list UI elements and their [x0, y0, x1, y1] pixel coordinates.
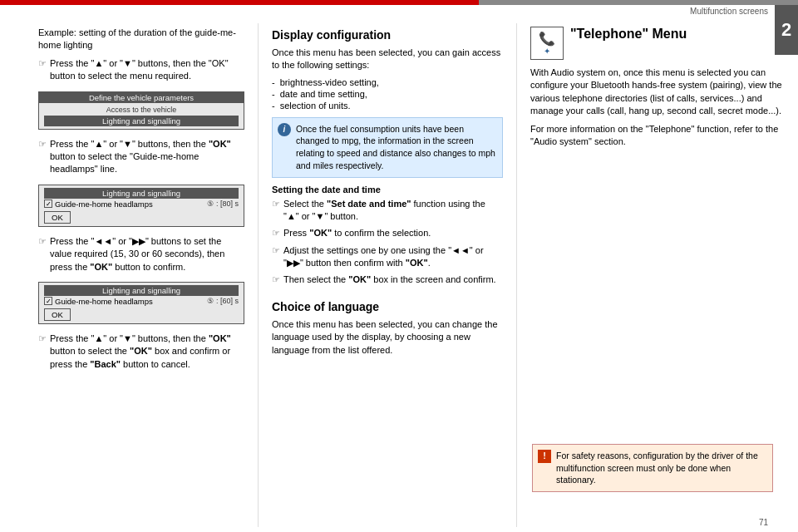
screen1: Define the vehicle parameters Access to … [38, 91, 244, 130]
mid-step3: ☞ Adjust the settings one by one using t… [272, 244, 503, 270]
left-step2: ☞ Press the "▲" or "▼" buttons, then the… [38, 138, 244, 176]
phone-icon-box: 📞 ✦ [530, 27, 564, 60]
phone-header: 📞 ✦ "Telephone" Menu [530, 27, 785, 60]
screen3-row-value: ⑤ : [60] s [207, 297, 239, 305]
language-title: Choice of language [272, 300, 503, 313]
warning-box: ! For safety reasons, configuration by t… [532, 444, 773, 492]
arrow-icon-1: ☞ [38, 57, 47, 83]
phone-icon: 📞 [539, 31, 555, 47]
header-title: Multifunction screens [690, 7, 768, 16]
left-column: Example: setting of the duration of the … [0, 18, 258, 532]
display-item-3: - selection of units. [272, 101, 503, 111]
warning-box-container: ! For safety reasons, configuration by t… [532, 437, 773, 499]
warning-icon: ! [538, 450, 551, 463]
left-intro: Example: setting of the duration of the … [38, 27, 244, 52]
dash-icon-1: - [272, 77, 275, 87]
mid-step4: ☞ Then select the "OK" box in the screen… [272, 273, 503, 286]
arrow-icon-2: ☞ [38, 138, 47, 176]
arrow-icon-3: ☞ [38, 235, 47, 273]
phone-description: With Audio system on, once this menu is … [530, 66, 785, 118]
mid-step3-text: Adjust the settings one by one using the… [283, 244, 503, 270]
display-config-title: Display configuration [272, 28, 503, 42]
dash-icon-2: - [272, 89, 275, 99]
screen2-checkbox: ✓ [44, 200, 52, 208]
left-step3: ☞ Press the "◄◄" or "▶▶" buttons to set … [38, 235, 244, 273]
screen2-ok: OK [44, 211, 71, 224]
arrow-icon-m1: ☞ [272, 198, 280, 224]
left-step1-text: Press the "▲" or "▼" buttons, then the "… [50, 57, 244, 83]
screen2-row: ✓ Guide-me-home headlamps ⑤ : [80] s [44, 199, 239, 209]
left-step3-text: Press the "◄◄" or "▶▶" buttons to set th… [50, 235, 244, 273]
info-box: i Once the fuel consumption units have b… [272, 117, 503, 178]
screen3-row-label: Guide-me-home headlamps [55, 297, 207, 306]
screen3-ok: OK [44, 308, 71, 321]
screen2: Lighting and signalling ✓ Guide-me-home … [38, 185, 244, 227]
screen3-row: ✓ Guide-me-home headlamps ⑤ : [60] s [44, 296, 239, 307]
top-bar [0, 0, 798, 5]
screen3: Lighting and signalling ✓ Guide-me-home … [38, 282, 244, 324]
left-step4-text: Press the "▲" or "▼" buttons, then the "… [50, 332, 244, 371]
display-item-1-text: brightness-video setting, [280, 77, 379, 87]
arrow-icon-m2: ☞ [272, 227, 280, 239]
screen2-row-label: Guide-me-home headlamps [55, 200, 207, 209]
mid-step1-text: Select the "Set date and time" function … [283, 198, 503, 224]
info-box-text: Once the fuel consumption units have bee… [296, 124, 495, 170]
display-item-3-text: selection of units. [280, 101, 351, 111]
phone-menu-title: "Telephone" Menu [570, 27, 687, 42]
screen1-subheader: Access to the vehicle [44, 106, 239, 114]
display-item-2-text: date and time setting, [280, 89, 367, 99]
info-icon: i [278, 123, 291, 136]
screen3-checkbox: ✓ [44, 297, 52, 305]
arrow-icon-m3: ☞ [272, 244, 280, 270]
arrow-icon-4: ☞ [38, 332, 47, 371]
left-step1: ☞ Press the "▲" or "▼" buttons, then the… [38, 57, 244, 83]
main-content: Example: setting of the duration of the … [0, 18, 798, 532]
left-step2-text: Press the "▲" or "▼" buttons, then the "… [50, 138, 244, 176]
phone-note: For more information on the "Telephone" … [530, 123, 785, 149]
display-item-1: - brightness-video setting, [272, 77, 503, 87]
warning-text: For safety reasons, configuration by the… [556, 451, 758, 485]
mid-column: Display configuration Once this menu has… [259, 18, 516, 532]
date-time-title: Setting the date and time [272, 185, 503, 195]
mid-step1: ☞ Select the "Set date and time" functio… [272, 198, 503, 224]
display-config-intro: Once this menu has been selected, you ca… [272, 47, 503, 72]
language-text: Once this menu has been selected, you ca… [272, 318, 503, 357]
mid-step4-text: Then select the "OK" box in the screen a… [283, 273, 496, 286]
left-step4: ☞ Press the "▲" or "▼" buttons, then the… [38, 332, 244, 371]
dash-icon-3: - [272, 101, 275, 111]
right-column: 📞 ✦ "Telephone" Menu With Audio system o… [517, 18, 798, 532]
mid-step2: ☞ Press "OK" to confirm the selection. [272, 227, 503, 239]
screen1-header: Define the vehicle parameters [39, 92, 244, 103]
screen1-highlighted: Lighting and signalling [44, 116, 239, 126]
mid-step2-text: Press "OK" to confirm the selection. [283, 227, 431, 239]
screen2-highlighted: Lighting and signalling [44, 188, 239, 199]
footer-page: 71 [759, 518, 768, 527]
arrow-icon-m4: ☞ [272, 273, 280, 286]
display-item-2: - date and time setting, [272, 89, 503, 99]
screen3-highlighted: Lighting and signalling [44, 285, 239, 296]
screen2-row-value: ⑤ : [80] s [207, 200, 239, 208]
bluetooth-icon: ✦ [544, 47, 550, 56]
